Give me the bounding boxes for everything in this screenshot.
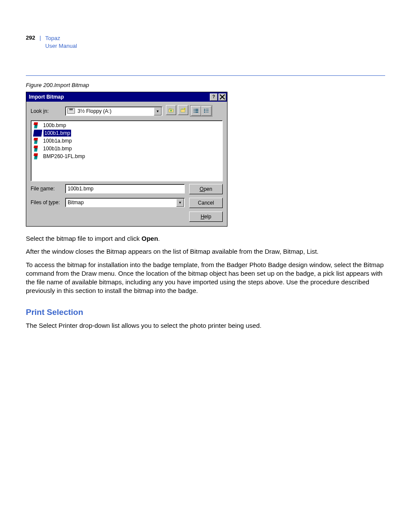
import-bitmap-dialog: Import Bitmap ? Look in: 3½ Floppy (A:) … [26, 92, 227, 227]
file-name-label: File name: [31, 186, 62, 192]
close-icon[interactable] [218, 93, 226, 101]
help-button[interactable]: Help [189, 212, 223, 222]
body-paragraph: Select the bitmap file to import and cli… [26, 234, 385, 243]
svg-rect-20 [206, 110, 209, 111]
list-view-button[interactable] [191, 106, 201, 116]
page-header: 292 | Topaz User Manual [26, 34, 385, 50]
header-product: Topaz [45, 34, 77, 42]
page-number: 292 [26, 34, 35, 41]
svg-rect-21 [206, 112, 209, 112]
file-list-pane[interactable]: 100b.bmp 100b1.bmp 100b1a.bmp 100b1b.bmp… [31, 120, 223, 181]
look-in-label: Look in: [31, 108, 62, 114]
svg-rect-13 [195, 109, 198, 109]
files-of-type-label: Files of type: [31, 199, 62, 205]
body-paragraph: To access the bitmap for installation in… [26, 261, 385, 296]
svg-rect-11 [194, 110, 195, 111]
list-item[interactable]: 100b.bmp [33, 121, 221, 129]
dialog-title: Import Bitmap [29, 94, 64, 100]
list-item[interactable]: 100b1a.bmp [33, 137, 221, 145]
chevron-down-icon[interactable]: ▼ [176, 199, 184, 207]
svg-rect-12 [194, 112, 195, 112]
new-folder-button[interactable] [178, 105, 188, 115]
help-icon[interactable]: ? [210, 93, 218, 101]
chevron-down-icon[interactable]: ▼ [154, 107, 162, 115]
details-view-button[interactable] [201, 106, 212, 116]
section-heading: Print Selection [26, 308, 385, 317]
list-item[interactable]: 100b1.bmp [33, 129, 221, 137]
list-item[interactable]: BMP260-1FL.bmp [33, 152, 221, 160]
look-in-dropdown[interactable]: 3½ Floppy (A:) ▼ [65, 106, 162, 116]
cancel-button[interactable]: Cancel [189, 198, 223, 208]
svg-rect-15 [195, 112, 198, 112]
bmp-icon [33, 138, 41, 144]
bmp-icon [33, 146, 41, 152]
files-of-type-dropdown[interactable]: Bitmap ▼ [65, 198, 185, 207]
svg-rect-14 [195, 110, 198, 111]
floppy-icon [67, 108, 75, 114]
open-button[interactable]: Open [189, 184, 223, 194]
file-name-input[interactable]: 100b1.bmp [65, 184, 185, 193]
header-rule [26, 75, 385, 76]
up-folder-button[interactable] [166, 105, 176, 115]
svg-rect-18 [204, 112, 206, 112]
svg-rect-19 [206, 109, 209, 109]
svg-marker-3 [169, 108, 171, 109]
look-in-value: 3½ Floppy (A:) [78, 108, 112, 114]
header-subtitle: User Manual [45, 42, 77, 50]
figure-caption: Figure 200.Import Bitmap [26, 82, 385, 88]
svg-rect-17 [204, 110, 206, 111]
dialog-titlebar[interactable]: Import Bitmap ? [26, 92, 227, 102]
header-divider: | [40, 34, 41, 41]
body-paragraph: After the window closes the Bitmap appea… [26, 247, 385, 256]
list-item[interactable]: 100b1b.bmp [33, 145, 221, 152]
svg-rect-10 [194, 109, 195, 109]
body-paragraph: The Select Printer drop-down list allows… [26, 321, 385, 330]
svg-marker-5 [181, 109, 183, 109]
bmp-icon [33, 153, 41, 159]
svg-rect-4 [181, 109, 185, 112]
bmp-icon [33, 122, 41, 128]
svg-rect-16 [204, 109, 206, 109]
bmp-icon [33, 130, 42, 137]
